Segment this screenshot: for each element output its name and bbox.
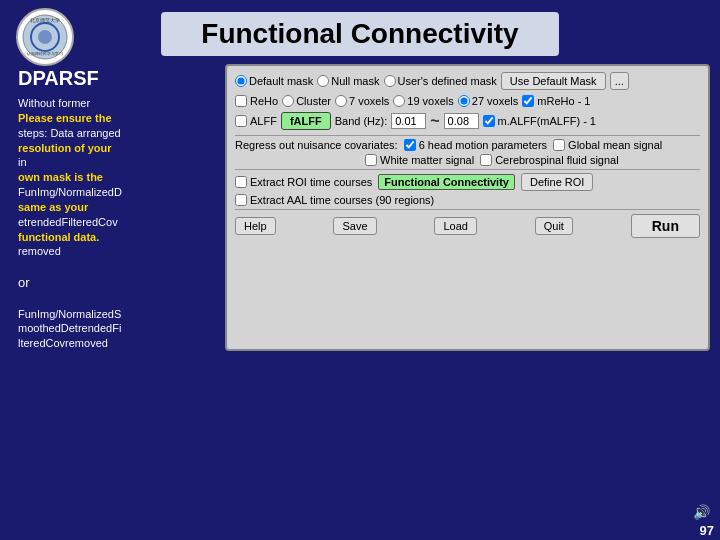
v19-radio[interactable]: 19 voxels: [393, 95, 453, 107]
cluster-radio-input[interactable]: [282, 95, 294, 107]
tilde-separator: ~: [430, 112, 439, 130]
regress-row-2: White matter signal Cerebrospinal fluid …: [365, 154, 700, 166]
v7-radio-input[interactable]: [335, 95, 347, 107]
save-button[interactable]: Save: [333, 217, 376, 235]
page-number: 97: [700, 523, 714, 538]
page-title: Functional Connectivity: [161, 12, 558, 56]
divider-1: [235, 135, 700, 136]
bottom-buttons-row: Help Save Load Quit Run: [235, 214, 700, 238]
mask-row: Default mask Null mask User's defined ma…: [235, 72, 700, 90]
head-motion-check[interactable]: 6 head motion parameters: [404, 139, 547, 151]
dotdotdot-button[interactable]: ...: [610, 72, 629, 90]
v19-radio-input[interactable]: [393, 95, 405, 107]
left-panel: DPARSF Without former Please ensure the …: [10, 64, 225, 351]
malff-check[interactable]: m.ALFF(mALFF) - 1: [483, 115, 596, 127]
users-mask-input[interactable]: [384, 75, 396, 87]
falff-label: fALFF: [281, 112, 331, 130]
run-button[interactable]: Run: [631, 214, 700, 238]
default-mask-radio[interactable]: Default mask: [235, 75, 313, 87]
svg-text:认知神经科学与学习: 认知神经科学与学习: [27, 51, 63, 56]
extract-aal-row: Extract AAL time courses (90 regions): [235, 194, 700, 206]
band-val2[interactable]: [444, 113, 479, 129]
define-roi-button[interactable]: Define ROI: [521, 173, 593, 191]
svg-point-2: [38, 30, 52, 44]
right-panel: Default mask Null mask User's defined ma…: [225, 64, 710, 351]
alff-checkbox[interactable]: [235, 115, 247, 127]
section-title: DPARSF: [18, 64, 217, 92]
regress-row: Regress out nuisance covariates: 6 head …: [235, 139, 700, 151]
extract-aal-check[interactable]: Extract AAL time courses (90 regions): [235, 194, 434, 206]
extract-fc-check[interactable]: Extract ROI time courses: [235, 176, 372, 188]
regress-label: Regress out nuisance covariates:: [235, 139, 398, 151]
help-button[interactable]: Help: [235, 217, 276, 235]
band-val1[interactable]: [391, 113, 426, 129]
v27-radio-input[interactable]: [458, 95, 470, 107]
csf-checkbox[interactable]: [480, 154, 492, 166]
malff-checkbox[interactable]: [483, 115, 495, 127]
quit-button[interactable]: Quit: [535, 217, 573, 235]
null-mask-input[interactable]: [317, 75, 329, 87]
reho-row: ReHo Cluster 7 voxels 19 voxels 27 voxel…: [235, 95, 700, 107]
cluster-radio[interactable]: Cluster: [282, 95, 331, 107]
v7-radio[interactable]: 7 voxels: [335, 95, 389, 107]
global-mean-check[interactable]: Global mean signal: [553, 139, 662, 151]
logo: 北京师范大学 认知神经科学与学习: [16, 8, 76, 68]
null-mask-radio[interactable]: Null mask: [317, 75, 379, 87]
reho-checkbox[interactable]: [235, 95, 247, 107]
alff-check[interactable]: ALFF: [235, 115, 277, 127]
default-mask-input[interactable]: [235, 75, 247, 87]
main-content: DPARSF Without former Please ensure the …: [0, 64, 720, 351]
white-matter-checkbox[interactable]: [365, 154, 377, 166]
load-button[interactable]: Load: [434, 217, 476, 235]
v27-radio[interactable]: 27 voxels: [458, 95, 518, 107]
divider-3: [235, 209, 700, 210]
header: 北京师范大学 认知神经科学与学习 Functional Connectivity: [0, 0, 720, 64]
speaker-icon: 🔊: [693, 504, 710, 520]
white-matter-check[interactable]: White matter signal: [365, 154, 474, 166]
mreho-check[interactable]: mReHo - 1: [522, 95, 590, 107]
global-mean-checkbox[interactable]: [553, 139, 565, 151]
mreho-checkbox[interactable]: [522, 95, 534, 107]
head-motion-checkbox[interactable]: [404, 139, 416, 151]
users-mask-radio[interactable]: User's defined mask: [384, 75, 497, 87]
fc-label: Functional Connectivity: [378, 174, 515, 190]
use-default-mask-button[interactable]: Use Default Mask: [501, 72, 606, 90]
band-hz-label: Band (Hz):: [335, 115, 388, 127]
extract-fc-row: Extract ROI time courses Functional Conn…: [235, 173, 700, 191]
divider-2: [235, 169, 700, 170]
left-text: Without former Please ensure the steps: …: [18, 96, 217, 351]
csf-check[interactable]: Cerebrospinal fluid signal: [480, 154, 619, 166]
svg-text:北京师范大学: 北京师范大学: [30, 17, 60, 23]
reho-check[interactable]: ReHo: [235, 95, 278, 107]
alff-row: ALFF fALFF Band (Hz): ~ m.ALFF(mALFF) - …: [235, 112, 700, 130]
extract-fc-checkbox[interactable]: [235, 176, 247, 188]
extract-aal-checkbox[interactable]: [235, 194, 247, 206]
